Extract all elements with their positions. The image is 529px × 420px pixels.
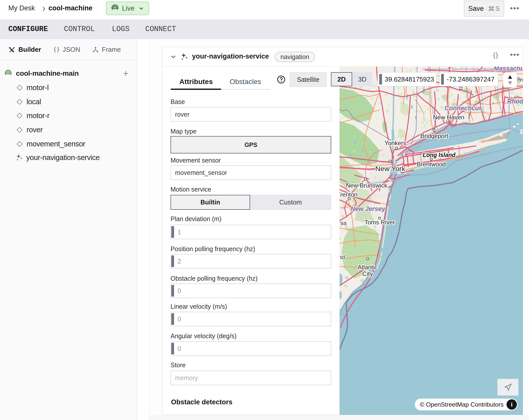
svg-text:Massachusetts: Massachusetts [494,67,523,72]
svg-text:Toms River: Toms River [365,219,395,226]
svg-text:Brentwood: Brentwood [417,161,446,168]
svg-text:Connecticut: Connecticut [445,104,482,112]
svg-text:City: City [362,270,373,277]
svg-text:Trenton: Trenton [340,191,357,198]
svg-text:Yonkers: Yonkers [384,140,406,146]
svg-text:Atlantic: Atlantic [358,264,378,271]
svg-text:Bridgeport: Bridgeport [420,133,448,139]
svg-text:New Haven: New Haven [433,114,464,121]
svg-text:New Brunswick: New Brunswick [346,182,388,189]
svg-text:Long Island: Long Island [423,152,455,158]
svg-text:Rhode Island: Rhode Island [507,98,523,105]
svg-text:New York: New York [375,165,405,173]
svg-text:nia: nia [340,220,347,226]
svg-text:New Jersey: New Jersey [350,205,386,212]
svg-text:nd: nd [340,254,345,260]
